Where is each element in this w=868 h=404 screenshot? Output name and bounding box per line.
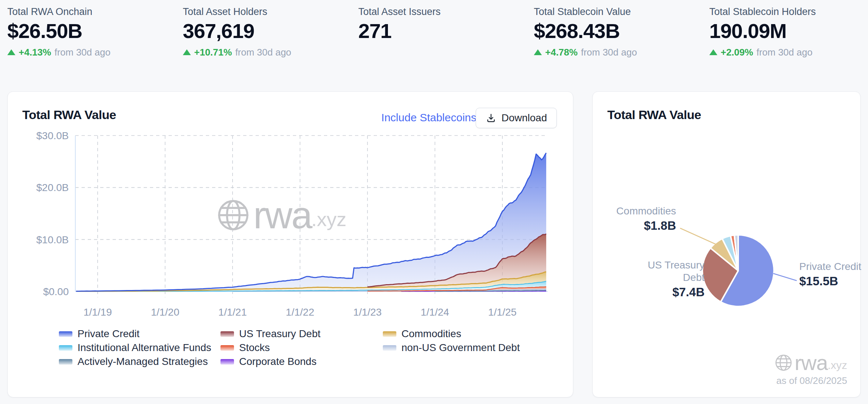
svg-text:$30.0B: $30.0B (36, 130, 69, 141)
svg-text:$0.00: $0.00 (43, 286, 69, 297)
legend-item-stocks[interactable]: Stocks (220, 341, 383, 355)
legend-swatch (220, 359, 234, 365)
legend-swatch (59, 359, 72, 365)
stat-change-suffix: from 30d ago (581, 47, 637, 58)
svg-text:1/1/25: 1/1/25 (488, 306, 517, 318)
up-triangle-icon (534, 49, 542, 55)
legend-swatch (59, 331, 72, 337)
pie-slice-name: Commodities (593, 205, 676, 217)
watermark-suffix: .xyz (828, 359, 847, 371)
pie-slice-name: Private Credit (799, 260, 861, 273)
stat-card-rwa-onchain: Total RWA Onchain $26.50B +4.13% from 30… (7, 6, 183, 58)
svg-text:1/1/19: 1/1/19 (83, 306, 112, 318)
stat-change-suffix: from 30d ago (756, 47, 812, 58)
total-rwa-value-chart-card: Total RWA Value Include Stablecoins Down… (7, 91, 573, 397)
stat-change-pct: +2.09% (721, 47, 753, 58)
globe-icon (217, 199, 250, 232)
stat-label: Total Stablecoin Holders (709, 6, 868, 18)
stat-value: 271 (358, 20, 534, 42)
legend-label: US Treasury Debt (239, 328, 321, 340)
pie-slice-value: $7.4B (593, 285, 705, 300)
stat-change-suffix: from 30d ago (54, 47, 110, 58)
watermark-brand: rwa (795, 352, 827, 373)
stat-change: +10.71% from 30d ago (183, 47, 358, 58)
stat-card-stablecoin-value: Total Stablecoin Value $268.43B +4.78% f… (534, 6, 709, 58)
up-triangle-icon (709, 49, 717, 55)
legend-item-non-us-government-debt[interactable]: non-US Government Debt (383, 341, 520, 355)
legend-item-actively-managed-strategies[interactable]: Actively-Managed Strategies (59, 355, 220, 369)
legend-item-commodities[interactable]: Commodities (383, 327, 520, 341)
up-triangle-icon (7, 49, 15, 55)
stat-label: Total RWA Onchain (7, 6, 183, 18)
watermark-suffix: .xyz (312, 208, 347, 230)
svg-text:1/1/23: 1/1/23 (353, 306, 382, 318)
rwa-watermark: rwa.xyz (217, 197, 347, 233)
stat-change-pct: +4.13% (19, 47, 51, 58)
total-rwa-value-pie-card: Total RWA Value Commodities $1.8B US Tre… (592, 91, 861, 397)
pie-slice-value: $1.8B (593, 218, 676, 233)
stat-card-asset-issuers: Total Asset Issuers 271 (358, 6, 534, 58)
stat-change: +4.78% from 30d ago (534, 47, 709, 58)
as-of-date: as of 08/26/2025 (776, 375, 847, 386)
globe-icon (775, 354, 792, 371)
rwa-watermark: rwa.xyz (775, 352, 847, 373)
stat-value: $268.43B (534, 20, 709, 42)
stat-change: +2.09% from 30d ago (709, 47, 868, 58)
legend-swatch (383, 331, 396, 337)
legend-item-corporate-bonds[interactable]: Corporate Bonds (220, 355, 383, 369)
legend-swatch (220, 345, 234, 351)
stat-label: Total Stablecoin Value (534, 6, 709, 18)
legend-item-private-credit[interactable]: Private Credit (59, 327, 220, 341)
svg-text:1/1/21: 1/1/21 (218, 306, 247, 318)
stat-change: +4.13% from 30d ago (7, 47, 183, 58)
svg-text:1/1/20: 1/1/20 (151, 306, 180, 318)
watermark-brand: rwa (253, 197, 312, 233)
legend-item-institutional-alternative-funds[interactable]: Institutional Alternative Funds (59, 341, 220, 355)
stats-row: Total RWA Onchain $26.50B +4.13% from 30… (7, 6, 868, 58)
pie-slice-value: $15.5B (799, 274, 861, 289)
legend-label: Stocks (239, 342, 270, 354)
stat-card-stablecoin-holders: Total Stablecoin Holders 190.09M +2.09% … (709, 6, 868, 58)
rwa-dashboard: Total RWA Onchain $26.50B +4.13% from 30… (0, 0, 868, 404)
stat-change-suffix: from 30d ago (235, 47, 291, 58)
legend-swatch (383, 345, 396, 351)
stat-card-asset-holders: Total Asset Holders 367,619 +10.71% from… (183, 6, 358, 58)
svg-text:1/1/22: 1/1/22 (286, 306, 314, 318)
pie-label-private-credit: Private Credit $15.5B (799, 260, 861, 289)
legend-label: Institutional Alternative Funds (78, 342, 211, 354)
legend-label: non-US Government Debt (401, 342, 520, 354)
stat-value: 190.09M (709, 20, 868, 42)
pie-label-us-treasury-debt: US Treasury Debt $7.4B (593, 259, 705, 300)
stat-value: 367,619 (183, 20, 358, 42)
chart-legend: Private CreditInstitutional Alternative … (59, 327, 520, 369)
legend-label: Commodities (401, 328, 461, 340)
legend-label: Corporate Bonds (239, 356, 317, 367)
stat-label: Total Asset Holders (183, 6, 358, 18)
legend-swatch (220, 331, 234, 337)
svg-text:1/1/24: 1/1/24 (421, 306, 449, 318)
legend-label: Actively-Managed Strategies (78, 356, 208, 367)
stat-change-pct: +4.78% (545, 47, 578, 58)
svg-text:$10.0B: $10.0B (36, 234, 69, 245)
stat-label: Total Asset Issuers (358, 6, 534, 18)
pie-label-commodities: Commodities $1.8B (593, 205, 676, 233)
legend-item-us-treasury-debt[interactable]: US Treasury Debt (220, 327, 383, 341)
svg-text:$20.0B: $20.0B (36, 182, 69, 193)
legend-swatch (59, 345, 72, 351)
legend-label: Private Credit (78, 328, 140, 340)
up-triangle-icon (183, 49, 191, 55)
stat-change-pct: +10.71% (194, 47, 232, 58)
stat-value: $26.50B (7, 20, 183, 42)
pie-slice-name: US Treasury Debt (640, 259, 705, 284)
